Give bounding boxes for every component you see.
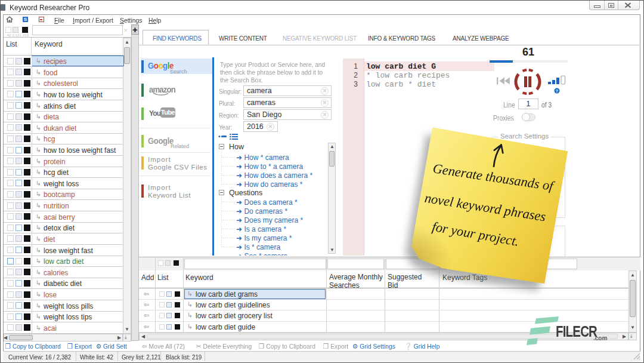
svg-text:?: ?	[556, 89, 558, 93]
